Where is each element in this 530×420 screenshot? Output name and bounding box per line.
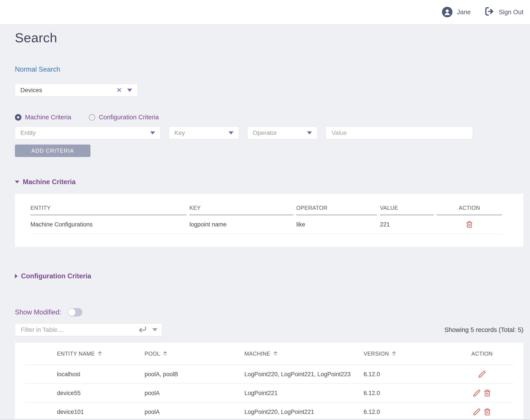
table-row: device101 poolA LogPoint220, LogPoint221… [25,403,514,420]
delete-icon[interactable] [484,408,491,416]
entity-select-placeholder: Entity [20,130,36,136]
user-menu[interactable]: Jane [442,7,471,17]
criteria-entity-value: Machine Configurations [30,221,190,228]
version-cell: 6.12.0 [364,390,451,397]
table-filter-input[interactable] [20,326,117,333]
machine-criteria-section-toggle[interactable]: Machine Criteria [15,178,75,186]
radio-machine-criteria[interactable]: Machine Criteria [15,114,71,121]
add-criteria-button[interactable]: ADD CRITERIA [15,145,90,157]
criteria-type-radios: Machine Criteria Configuration Criteria [15,114,523,121]
toggle-knob [68,308,76,316]
delete-icon[interactable] [484,389,491,397]
machine-cell: LogPoint221 [244,390,364,397]
radio-configuration-criteria[interactable]: Configuration Criteria [89,114,159,121]
username-label: Jane [457,9,471,16]
criteria-col-value: VALUE [380,205,434,215]
chevron-down-icon [150,131,155,134]
normal-search-link[interactable]: Normal Search [15,65,60,73]
radio-configuration-criteria-label: Configuration Criteria [99,114,159,121]
chevron-down-icon [307,131,312,134]
key-select-placeholder: Key [174,130,185,136]
criteria-col-operator: OPERATOR [296,205,377,215]
sort-icon[interactable] [163,351,167,356]
col-pool[interactable]: POOL [145,351,244,357]
col-version[interactable]: VERSION [364,351,451,357]
col-action: ACTION [451,351,514,357]
show-modified-toggle[interactable] [68,308,82,317]
machine-criteria-section-title: Machine Criteria [23,178,75,186]
user-avatar-icon [442,7,453,17]
filter-row: Showing 5 records (Total: 5) [15,323,523,336]
bottom-edge [0,419,530,420]
records-summary: Showing 5 records (Total: 5) [444,326,523,333]
sort-icon[interactable] [274,351,278,356]
pool-cell: poolA, poolB [145,371,244,378]
show-modified-row: Show Modified: [15,308,523,317]
edit-icon[interactable] [473,408,481,416]
sort-icon[interactable] [392,351,396,356]
machine-criteria-card: ENTITY KEY OPERATOR VALUE ACTION Machine… [15,194,523,247]
sign-out-button[interactable]: Sign Out [485,7,523,18]
pool-cell: poolA [145,390,244,397]
table-row: device55 poolA LogPoint221 6.12.0 [25,384,514,403]
col-entity-name[interactable]: ENTITY NAME [25,351,145,357]
criteria-value-value: 221 [380,221,437,228]
criteria-col-action: ACTION [437,205,502,215]
criteria-table-header: ENTITY KEY OPERATOR VALUE ACTION [30,194,502,215]
entity-name-cell: device101 [25,409,145,415]
operator-select[interactable]: Operator [247,127,317,139]
entity-select[interactable]: Entity [15,127,161,139]
entity-name-cell: device55 [25,390,145,397]
sign-out-label: Sign Out [499,9,523,16]
edit-icon[interactable] [473,389,481,397]
results-table-header: ENTITY NAME POOL MACHINE VERSION ACTION [25,343,514,365]
chevron-down-icon[interactable] [127,89,132,92]
entity-name-cell: localhost [25,371,145,378]
machine-cell: LogPoint220, LogPoint221 [244,409,364,415]
enter-key-icon[interactable] [139,325,147,334]
value-field-wrap [326,127,473,139]
expand-arrow-icon [15,274,17,278]
edit-icon[interactable] [478,371,486,378]
table-row: localhost poolA, poolB LogPoint220, LogP… [25,365,514,384]
criteria-table-row: Machine Configurations logpoint name lik… [30,215,502,234]
value-field[interactable] [331,129,467,137]
radio-machine-criteria-label: Machine Criteria [25,114,71,121]
results-table-card: ENTITY NAME POOL MACHINE VERSION ACTION … [15,343,523,420]
machine-cell: LogPoint220, LogPoint221, LogPoint223 [244,371,364,378]
table-filter-wrap [15,323,162,336]
scope-select[interactable]: Devices ✕ [15,84,137,97]
pool-cell: poolA [145,409,244,415]
col-machine[interactable]: MACHINE [244,351,364,357]
criteria-operator-value: like [296,221,380,228]
version-cell: 6.12.0 [364,409,451,415]
show-modified-label: Show Modified: [15,308,61,316]
clear-selection-icon[interactable]: ✕ [117,87,122,93]
key-select[interactable]: Key [169,127,239,139]
radio-unselected-icon [89,114,95,121]
criteria-form: Entity Key Operator [15,127,523,139]
scope-select-value: Devices [20,87,42,94]
collapse-arrow-icon [15,181,19,183]
configuration-criteria-section-toggle[interactable]: Configuration Criteria [15,272,91,280]
filter-chevron-down-icon[interactable] [152,328,158,331]
criteria-col-key: KEY [190,205,293,215]
configuration-criteria-section-title: Configuration Criteria [21,272,91,280]
version-cell: 6.12.0 [364,371,451,378]
operator-select-placeholder: Operator [253,130,277,136]
radio-selected-icon [15,114,21,121]
page-title: Search [15,30,523,45]
sign-out-icon [485,7,494,18]
criteria-key-value: logpoint name [190,221,296,228]
criteria-col-entity: ENTITY [30,205,186,215]
top-bar: Jane Sign Out [0,0,530,24]
delete-criteria-icon[interactable] [466,221,473,228]
sort-icon[interactable] [98,351,102,356]
chevron-down-icon [229,131,234,134]
